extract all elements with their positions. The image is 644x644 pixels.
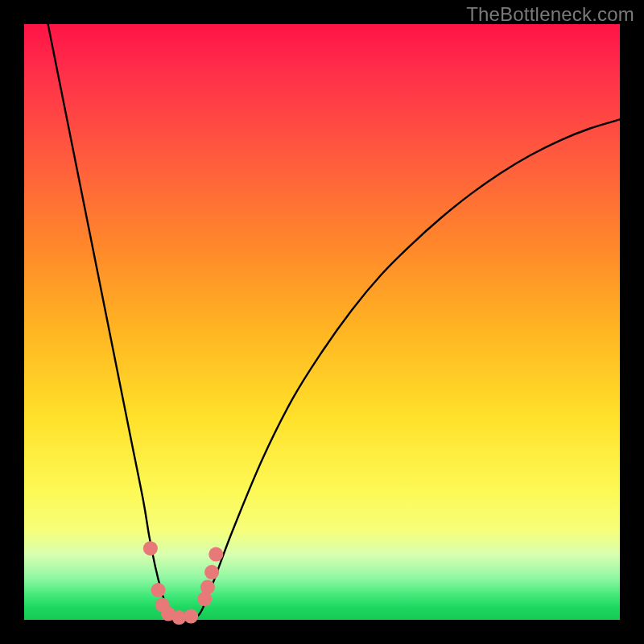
- curve-marker: [200, 580, 215, 594]
- curve-markers: [143, 541, 223, 625]
- bottleneck-curve-svg: [24, 24, 620, 620]
- chart-frame: TheBottleneck.com: [0, 0, 644, 644]
- curve-marker: [143, 541, 158, 555]
- curve-marker: [208, 547, 223, 562]
- plot-area: [24, 24, 620, 620]
- curve-marker: [204, 565, 219, 580]
- watermark: TheBottleneck.com: [466, 3, 634, 26]
- curve-marker: [151, 583, 166, 597]
- bottleneck-curve: [48, 24, 620, 620]
- curve-marker: [184, 609, 198, 624]
